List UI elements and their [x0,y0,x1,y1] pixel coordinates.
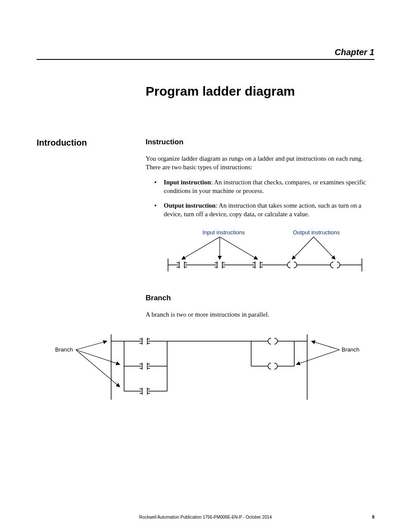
branch-diagram: Branch Branch [55,331,361,404]
coil-symbol [287,261,297,268]
output-instruction-label: Output instruction [164,202,215,209]
rung-diagram: Input instructions Output instructions [164,228,371,278]
instruction-subheading: Instruction [146,138,374,146]
output-instruction-bullet: Output instruction: An instruction that … [154,201,374,219]
coil-symbol [268,363,277,370]
section-heading-introduction: Introduction [37,138,87,148]
svg-line-4 [292,237,314,259]
instruction-bullet-list: Input instruction: An instruction that c… [154,178,374,219]
branch-right-label: Branch [342,346,359,353]
instruction-intro-paragraph: You organize ladder diagram as rungs on … [146,154,374,172]
input-instruction-label: Input instruction [164,179,211,186]
svg-line-1 [182,237,220,259]
input-instruction-bullet: Input instruction: An instruction that c… [154,178,374,196]
svg-line-34 [76,350,120,364]
coil-symbol [330,261,340,268]
svg-line-35 [76,350,120,387]
footer-page-number: 9 [372,515,374,520]
footer-publication-info: Rockwell Automation Publication 1756-PM0… [37,515,374,520]
svg-line-5 [314,237,335,259]
branch-subheading: Branch [146,294,374,302]
svg-line-33 [76,341,107,350]
input-instructions-label: Input instructions [202,229,245,236]
branch-section: Branch A branch is two or more instructi… [146,294,374,325]
svg-line-37 [296,350,339,364]
branch-left-label: Branch [55,346,73,353]
coil-symbol [268,338,277,345]
chapter-label: Chapter 1 [37,47,374,57]
svg-line-3 [220,237,258,259]
svg-line-36 [311,341,339,350]
instruction-section: Instruction You organize ladder diagram … [146,138,374,225]
page-title: Program ladder diagram [146,84,295,99]
branch-paragraph: A branch is two or more instructions in … [146,310,374,319]
output-instructions-label: Output instructions [293,229,340,236]
page-header: Chapter 1 [37,47,374,60]
